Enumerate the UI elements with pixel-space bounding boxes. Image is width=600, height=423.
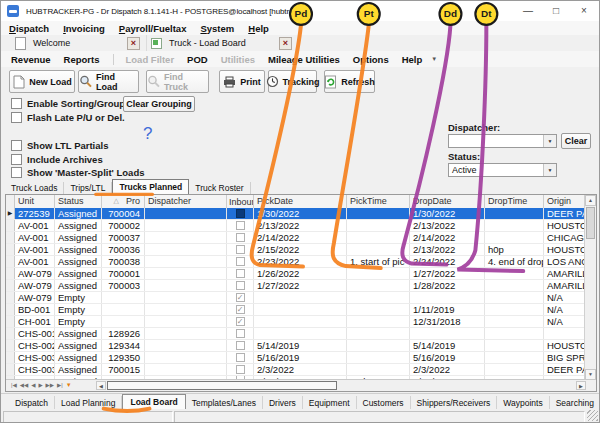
navigator-button[interactable]: ▶▶	[46, 381, 54, 390]
table-row[interactable]: AV-001 Assigned 700037 2/14/2022 2/14/20…	[6, 232, 585, 244]
column-header-unit[interactable]: Unit	[15, 195, 55, 208]
tab-truck-load-board[interactable]: Truck - Load Board ×	[146, 35, 298, 51]
table-row[interactable]: AW-079 Assigned 700003 1/27/2022 1/28/20…	[6, 280, 585, 292]
checkbox-show-ltl[interactable]: Show LTL Partials	[11, 140, 108, 151]
navigator-button[interactable]: |◀	[11, 381, 17, 390]
checkbox-box[interactable]	[11, 112, 22, 123]
close-tab-icon[interactable]: ×	[279, 37, 292, 50]
inbound-checkbox[interactable]	[236, 233, 245, 242]
vertical-scrollbar[interactable]: ▲ ▼	[584, 195, 596, 380]
module-tab[interactable]: Load Board	[122, 394, 185, 410]
menu-item[interactable]: Invoicing	[63, 23, 113, 34]
refresh-button[interactable]: Refresh	[324, 70, 375, 93]
new-load-button[interactable]: New Load	[9, 70, 75, 93]
menu-overflow-icon[interactable]: ▼	[431, 56, 437, 62]
clear-grouping-button[interactable]: Clear Grouping	[123, 96, 195, 112]
checkbox-box[interactable]	[11, 154, 22, 165]
table-row[interactable]: CHS-003 Assigned 700015 2/3/2022 2/3/202…	[6, 364, 585, 376]
menu-item[interactable]: Mileage Utilities	[268, 54, 340, 65]
resize-grip[interactable]	[587, 410, 598, 421]
table-row[interactable]: CHS-002 Assigned 129344 5/14/2019 5/14/2…	[6, 340, 585, 352]
navigator-button[interactable]: ▶	[38, 381, 42, 390]
table-row[interactable]: 272539 Assigned 700004 1/30/2022 1/30/20…	[6, 208, 585, 220]
module-tab[interactable]: Equipment	[303, 396, 357, 410]
module-tab[interactable]: Drivers	[263, 396, 303, 410]
module-tab[interactable]: Customers	[357, 396, 411, 410]
navigator-button[interactable]: ◀◀	[20, 381, 28, 390]
menu-item[interactable]: Load Filter	[113, 54, 175, 65]
inbound-checkbox[interactable]	[236, 341, 245, 350]
inbound-checkbox[interactable]	[236, 281, 245, 290]
inbound-checkbox[interactable]	[236, 245, 245, 254]
close-button[interactable]: ×	[573, 3, 595, 18]
column-header-droptime[interactable]: DropTime	[485, 195, 544, 208]
module-tab[interactable]: Load Planning	[55, 396, 122, 410]
vertical-scrollbar-thumb[interactable]	[586, 207, 595, 239]
inbound-checkbox[interactable]	[236, 305, 245, 314]
table-row[interactable]: CHS-001 Assigned 128926	[6, 328, 585, 340]
column-header-dropdate[interactable]: DropDate	[410, 195, 485, 208]
menu-item[interactable]: Dispatch	[9, 23, 57, 34]
scroll-up-icon[interactable]: ▲	[585, 195, 596, 206]
checkbox-enable-sorting[interactable]: Enable Sorting/Grouping	[11, 98, 139, 109]
menu-item[interactable]: Reports	[64, 54, 100, 65]
inbound-checkbox[interactable]	[236, 269, 245, 278]
menu-item[interactable]: Help	[248, 23, 277, 34]
table-row[interactable]: AV-001 Assigned 700036 2/15/2022 2/13/20…	[6, 244, 585, 256]
print-button[interactable]: Print	[219, 70, 265, 93]
checkbox-box[interactable]	[11, 167, 22, 178]
horizontal-scrollbar[interactable]: ◀ ▶	[96, 381, 586, 390]
menu-item[interactable]: Help	[402, 54, 423, 65]
chevron-down-icon[interactable]: ▼	[543, 164, 556, 176]
maximize-button[interactable]: □	[545, 3, 567, 18]
minimize-button[interactable]: —	[517, 3, 539, 18]
navigator-button[interactable]: ▶|	[57, 381, 63, 390]
menu-item[interactable]: POD	[187, 54, 208, 65]
module-tab[interactable]: Dispatch	[9, 396, 55, 410]
checkbox-include-archives[interactable]: Include Archives	[11, 154, 103, 165]
module-tab[interactable]: Shippers/Receivers	[411, 396, 498, 410]
inbound-checkbox[interactable]	[236, 293, 245, 302]
table-row[interactable]: BD-001 Empty 1/11/2019 N/A	[6, 304, 585, 316]
status-select[interactable]: Active ▼	[448, 163, 557, 177]
inbound-checkbox[interactable]	[236, 365, 245, 374]
clear-dispatcher-button[interactable]: Clear	[561, 133, 591, 149]
table-row[interactable]: AV-001 Assigned 700002 2/13/2022 2/13/20…	[6, 220, 585, 232]
column-header-dispatcher[interactable]: Dispatcher	[145, 195, 227, 208]
inbound-checkbox[interactable]	[236, 209, 245, 218]
find-load-button[interactable]: Find Load	[78, 70, 139, 93]
menu-item[interactable]: Revenue	[11, 54, 51, 65]
navigator-button[interactable]: ◀	[31, 381, 35, 390]
module-tab[interactable]: Waypoints	[497, 396, 549, 410]
checkbox-box[interactable]	[11, 140, 22, 151]
menu-item[interactable]: System	[200, 23, 242, 34]
inbound-checkbox[interactable]	[236, 317, 245, 326]
table-row[interactable]: CH-001 Empty 12/31/2018 N/A	[6, 316, 585, 328]
checkbox-box[interactable]	[11, 98, 22, 109]
table-row[interactable]: AV-001 Assigned 700038 2/23/2022 1. star…	[6, 256, 585, 268]
scroll-left-icon[interactable]: ◀	[96, 381, 106, 390]
scroll-right-icon[interactable]: ▶	[576, 381, 586, 390]
module-tab[interactable]: Templates/Lanes	[186, 396, 263, 410]
column-header-pickdate[interactable]: PickDate	[254, 195, 347, 208]
table-row[interactable]: CHS-003 Assigned 129350 5/16/2019 5/16/2…	[6, 352, 585, 364]
tab-welcome[interactable]: Welcome ×	[1, 35, 146, 51]
horizontal-scrollbar-thumb[interactable]	[107, 381, 337, 390]
menu-item[interactable]: Payroll/Fueltax	[119, 23, 195, 34]
chevron-down-icon[interactable]: ▼	[543, 135, 556, 147]
checkbox-flash-late[interactable]: Flash Late P/U or Del.	[11, 112, 125, 123]
close-tab-icon[interactable]: ×	[127, 37, 140, 50]
column-header-origin[interactable]: Origin	[544, 195, 585, 208]
menu-item[interactable]: Options	[353, 54, 389, 65]
inbound-checkbox[interactable]	[236, 257, 245, 266]
table-row[interactable]: AW-079 Empty N/A	[6, 292, 585, 304]
column-header-status[interactable]: Status	[55, 195, 102, 208]
inbound-checkbox[interactable]	[236, 329, 245, 338]
column-header-picktime[interactable]: PickTime	[347, 195, 410, 208]
module-tab[interactable]: Searching	[550, 396, 600, 410]
dispatcher-select[interactable]: ▼	[448, 134, 557, 148]
checkbox-master-split[interactable]: Show 'Master-Split' Loads	[11, 167, 144, 178]
inbound-checkbox[interactable]	[236, 221, 245, 230]
menu-item[interactable]: Utilities	[221, 54, 255, 65]
inbound-checkbox[interactable]	[236, 353, 245, 362]
